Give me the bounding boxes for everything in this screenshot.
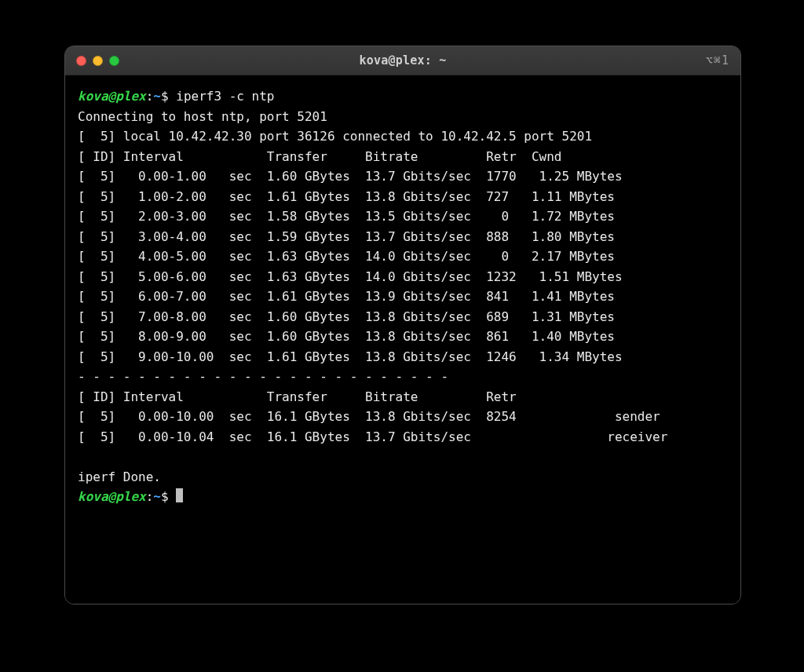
window-shortcut-hint: ⌥⌘1: [706, 53, 729, 68]
prompt-path: ~: [153, 489, 161, 504]
prompt-line-1: kova@plex:~$ iperf3 -c ntp: [78, 89, 275, 104]
output-row: [ 5] 2.00-3.00 sec 1.58 GBytes 13.5 Gbit…: [78, 209, 615, 224]
prompt-symbol: $: [161, 489, 169, 504]
output-summary-header: [ ID] Interval Transfer Bitrate Retr: [78, 389, 517, 404]
titlebar[interactable]: kova@plex: ~ ⌥⌘1: [65, 46, 740, 75]
output-row: [ 5] 5.00-6.00 sec 1.63 GBytes 14.0 Gbit…: [78, 269, 623, 284]
prompt-line-2: kova@plex:~$: [78, 489, 183, 504]
output-summary-sender: [ 5] 0.00-10.00 sec 16.1 GBytes 13.8 Gbi…: [78, 409, 660, 424]
output-connect-line: Connecting to host ntp, port 5201: [78, 109, 327, 124]
close-icon[interactable]: [76, 56, 86, 66]
output-row: [ 5] 9.00-10.00 sec 1.61 GBytes 13.8 Gbi…: [78, 349, 623, 364]
prompt-sep: :: [146, 89, 154, 104]
output-row: [ 5] 6.00-7.00 sec 1.61 GBytes 13.9 Gbit…: [78, 289, 615, 304]
prompt-symbol: $: [161, 89, 169, 104]
output-done: iperf Done.: [78, 469, 161, 484]
output-row: [ 5] 0.00-1.00 sec 1.60 GBytes 13.7 Gbit…: [78, 169, 623, 184]
output-header: [ ID] Interval Transfer Bitrate Retr Cwn…: [78, 149, 562, 164]
output-summary-receiver: [ 5] 0.00-10.04 sec 16.1 GBytes 13.7 Gbi…: [78, 429, 667, 444]
traffic-lights: [76, 56, 119, 66]
zoom-icon[interactable]: [109, 56, 119, 66]
terminal-window: kova@plex: ~ ⌥⌘1 kova@plex:~$ iperf3 -c …: [64, 46, 741, 604]
terminal-body[interactable]: kova@plex:~$ iperf3 -c ntp Connecting to…: [65, 75, 740, 604]
output-row: [ 5] 4.00-5.00 sec 1.63 GBytes 14.0 Gbit…: [78, 249, 615, 264]
minimize-icon[interactable]: [93, 56, 103, 66]
output-row: [ 5] 1.00-2.00 sec 1.61 GBytes 13.8 Gbit…: [78, 189, 615, 204]
window-title: kova@plex: ~: [65, 53, 740, 68]
command-text: iperf3 -c ntp: [176, 89, 274, 104]
cursor-icon: [176, 488, 183, 502]
output-row: [ 5] 7.00-8.00 sec 1.60 GBytes 13.8 Gbit…: [78, 309, 615, 324]
prompt-path: ~: [153, 89, 161, 104]
output-separator: - - - - - - - - - - - - - - - - - - - - …: [78, 369, 448, 384]
output-row: [ 5] 3.00-4.00 sec 1.59 GBytes 13.7 Gbit…: [78, 229, 615, 244]
output-row: [ 5] 8.00-9.00 sec 1.60 GBytes 13.8 Gbit…: [78, 329, 615, 344]
prompt-user-host: kova@plex: [78, 89, 146, 104]
output-local-line: [ 5] local 10.42.42.30 port 36126 connec…: [78, 129, 592, 144]
prompt-user-host: kova@plex: [78, 489, 146, 504]
prompt-sep: :: [146, 489, 154, 504]
